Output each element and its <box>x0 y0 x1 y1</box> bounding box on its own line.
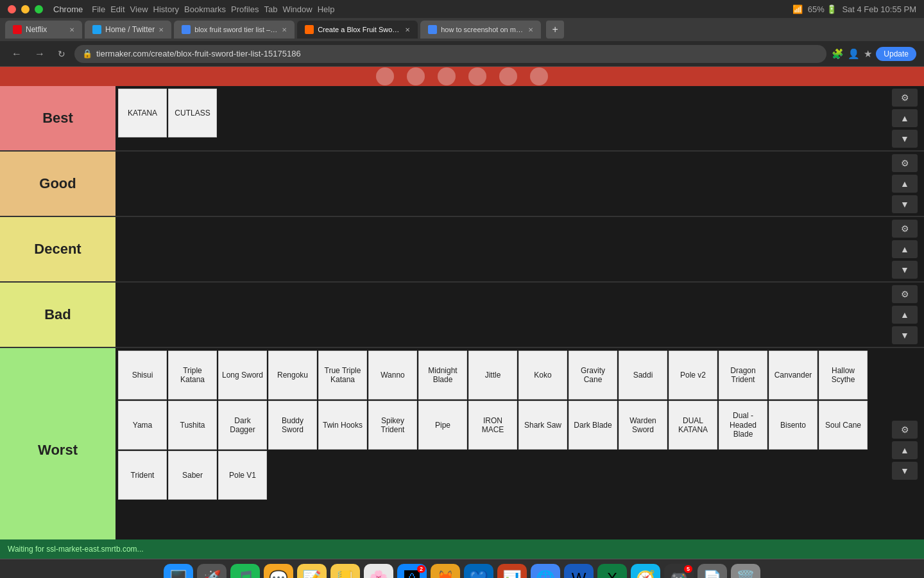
move-down-button-bad[interactable]: ▼ <box>892 326 918 344</box>
dock-item-safari[interactable]: 🧭 <box>631 564 660 579</box>
tab-tiermaker2[interactable]: Create a Blox Fruit Sword Tier... ✕ <box>297 21 418 39</box>
item-card[interactable]: Canvander <box>769 351 817 399</box>
tab-screenshot[interactable]: how to screenshot on mac – G... ✕ <box>420 21 541 39</box>
dock-item-arcade[interactable]: 🎮5 <box>664 564 694 579</box>
item-card[interactable]: Soul Cane <box>819 401 868 450</box>
bookmark-star-icon[interactable]: ★ <box>864 48 872 60</box>
dock-item-script[interactable]: 📄 <box>697 564 727 579</box>
back-button[interactable]: ← <box>8 46 26 62</box>
reload-button[interactable]: ↻ <box>54 46 69 62</box>
forward-button[interactable]: → <box>31 46 49 62</box>
item-card[interactable]: Bisento <box>769 401 817 450</box>
tab-tiermaker1-close[interactable]: ✕ <box>282 26 287 33</box>
titlebar-menu-tab[interactable]: Tab <box>264 4 277 14</box>
new-tab-button[interactable]: + <box>546 21 564 39</box>
nav-circle-2[interactable] <box>407 67 425 85</box>
dock-item-trash[interactable]: 🗑️ <box>731 564 760 579</box>
item-card[interactable]: Dual -Headed Blade <box>719 401 767 450</box>
tab-twitter-close[interactable]: ✕ <box>158 26 164 33</box>
fullscreen-button[interactable] <box>35 5 43 13</box>
titlebar-menu-help[interactable]: Help <box>318 4 335 14</box>
item-card[interactable]: Triple Katana <box>168 351 217 399</box>
nav-circle-5[interactable] <box>499 67 517 85</box>
tab-screenshot-close[interactable]: ✕ <box>528 26 533 33</box>
titlebar-menu-view[interactable]: View <box>130 4 148 14</box>
gear-button-decent[interactable]: ⚙ <box>892 220 918 238</box>
item-card[interactable]: Spikey Trident <box>368 401 417 450</box>
dock-item-finder[interactable]: 🖥️ <box>164 564 193 579</box>
dock-item-talk[interactable]: 💬 <box>264 564 293 579</box>
dock-item-vscode[interactable]: 💙 <box>464 564 493 579</box>
profile-icon[interactable]: 👤 <box>848 48 860 60</box>
item-card[interactable]: Pole V1 <box>218 451 267 500</box>
item-card[interactable]: Jittle <box>468 351 517 399</box>
item-card[interactable]: Rengoku <box>268 351 317 399</box>
titlebar-menu-profiles[interactable]: Profiles <box>231 4 259 14</box>
item-card[interactable]: Dark Dagger <box>218 401 267 450</box>
item-card[interactable]: Pipe <box>418 401 467 450</box>
titlebar-menu-edit[interactable]: Edit <box>110 4 124 14</box>
item-card[interactable]: Dark Blade <box>569 401 617 450</box>
gear-button-best[interactable]: ⚙ <box>892 89 918 107</box>
update-button[interactable]: Update <box>876 47 916 61</box>
nav-circle-6[interactable] <box>530 67 548 85</box>
close-button[interactable] <box>8 5 16 13</box>
tab-netflix-close[interactable]: ✕ <box>69 26 74 33</box>
titlebar-menu-history[interactable]: History <box>153 4 179 14</box>
gear-button-bad[interactable]: ⚙ <box>892 285 918 303</box>
move-up-button-decent[interactable]: ▲ <box>892 240 918 258</box>
item-card[interactable]: Long Sword <box>218 351 267 399</box>
nav-circle-1[interactable] <box>376 67 394 85</box>
item-card[interactable]: IRON MACE <box>468 401 517 450</box>
gear-button-worst[interactable]: ⚙ <box>892 421 918 439</box>
dock-item-powerpoint[interactable]: 📊 <box>497 564 527 579</box>
item-card[interactable]: KATANA <box>118 89 167 137</box>
url-bar[interactable]: 🔒 tiermaker.com/create/blox-fruit-sword-… <box>74 45 826 63</box>
item-card[interactable]: DUAL KATANA <box>669 401 717 450</box>
dock-item-photos[interactable]: 🌸 <box>364 564 393 579</box>
minimize-button[interactable] <box>21 5 30 13</box>
tab-netflix[interactable]: Netflix ✕ <box>5 21 82 39</box>
move-down-button-worst[interactable]: ▼ <box>892 462 918 480</box>
dock-item-word[interactable]: W <box>564 564 594 579</box>
dock-item-spotify[interactable]: 🎵 <box>230 564 260 579</box>
dock-item-appstore[interactable]: 🅰2 <box>397 564 427 579</box>
dock-item-notes[interactable]: 📒 <box>330 564 360 579</box>
move-down-button-decent[interactable]: ▼ <box>892 261 918 279</box>
item-card[interactable]: Hallow Scythe <box>819 351 868 399</box>
item-card[interactable]: Dragon Trident <box>719 351 767 399</box>
titlebar-menu-window[interactable]: Window <box>282 4 312 14</box>
dock-item-coder[interactable]: 🦊 <box>431 564 460 579</box>
move-up-button-good[interactable]: ▲ <box>892 175 918 193</box>
dock-item-chrome[interactable]: 🌐 <box>531 564 560 579</box>
item-card[interactable]: Warden Sword <box>619 401 667 450</box>
titlebar-menu-bookmarks[interactable]: Bookmarks <box>184 4 226 14</box>
nav-circle-4[interactable] <box>468 67 486 85</box>
item-card[interactable]: Gravity Cane <box>569 351 617 399</box>
move-down-button-best[interactable]: ▼ <box>892 130 918 148</box>
item-card[interactable]: Wanno <box>368 351 417 399</box>
move-up-button-worst[interactable]: ▲ <box>892 441 918 459</box>
item-card[interactable]: Saber <box>168 451 217 500</box>
item-card[interactable]: Koko <box>518 351 567 399</box>
item-card[interactable]: Shark Saw <box>518 401 567 450</box>
nav-circle-3[interactable] <box>438 67 456 85</box>
dock-item-stickies[interactable]: 📝 <box>297 564 327 579</box>
item-card[interactable]: Trident <box>118 451 167 500</box>
item-card[interactable]: Yama <box>118 401 167 450</box>
item-card[interactable]: Saddi <box>619 351 667 399</box>
item-card[interactable]: CUTLASS <box>168 89 217 137</box>
item-card[interactable]: True Triple Katana <box>318 351 367 399</box>
tab-tiermaker2-close[interactable]: ✕ <box>405 26 410 33</box>
move-up-button-best[interactable]: ▲ <box>892 109 918 127</box>
tab-twitter[interactable]: Home / Twitter ✕ <box>85 21 171 39</box>
dock-item-launchpad[interactable]: 🚀 <box>197 564 227 579</box>
item-card[interactable]: Shisui <box>118 351 167 399</box>
item-card[interactable]: Midnight Blade <box>418 351 467 399</box>
move-down-button-good[interactable]: ▼ <box>892 195 918 213</box>
item-card[interactable]: Twin Hooks <box>318 401 367 450</box>
gear-button-good[interactable]: ⚙ <box>892 154 918 172</box>
item-card[interactable]: Pole v2 <box>669 351 717 399</box>
tab-tiermaker1[interactable]: blox fruit sword tier list – Goog... ✕ <box>174 21 295 39</box>
extensions-icon[interactable]: 🧩 <box>832 48 844 60</box>
